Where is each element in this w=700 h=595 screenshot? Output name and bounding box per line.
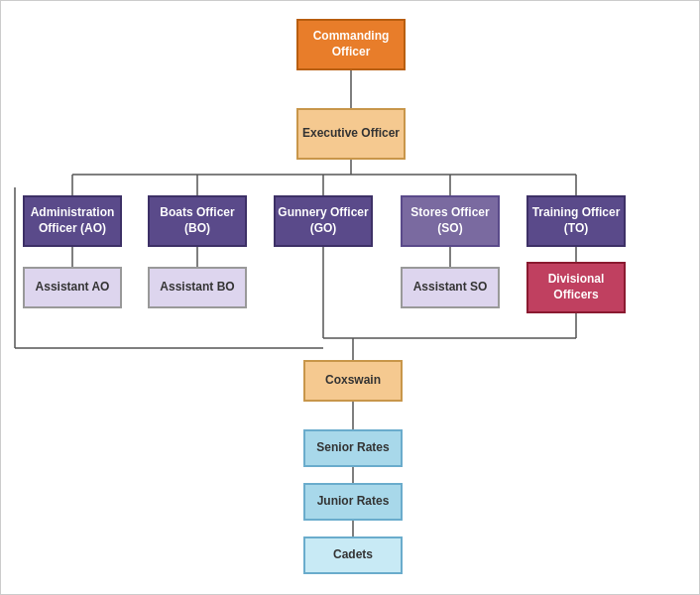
to-label: Training Officer (TO) — [528, 205, 624, 236]
ao-node: Administration Officer (AO) — [23, 195, 122, 247]
asst-ao-node: Assistant AO — [23, 267, 122, 308]
executive-officer-label: Executive Officer — [302, 126, 400, 142]
executive-officer-node: Executive Officer — [296, 108, 406, 160]
commanding-officer-label: Commanding Officer — [298, 29, 404, 60]
asst-bo-label: Assistant BO — [160, 280, 234, 296]
cadets-node: Cadets — [303, 536, 403, 574]
to-node: Training Officer (TO) — [526, 195, 626, 247]
junior-rates-node: Junior Rates — [303, 483, 403, 521]
div-officers-label: Divisional Officers — [528, 272, 624, 302]
asst-bo-node: Assistant BO — [148, 267, 247, 308]
senior-rates-node: Senior Rates — [303, 429, 403, 467]
commanding-officer-node: Commanding Officer — [296, 19, 406, 70]
ao-label: Administration Officer (AO) — [25, 205, 120, 236]
go-label: Gunnery Officer (GO) — [276, 205, 371, 236]
junior-rates-label: Junior Rates — [317, 494, 390, 510]
asst-so-label: Assistant SO — [413, 280, 488, 296]
div-officers-node: Divisional Officers — [526, 262, 626, 313]
so-label: Stores Officer (SO) — [403, 205, 498, 236]
so-node: Stores Officer (SO) — [401, 195, 500, 247]
asst-ao-label: Assistant AO — [36, 280, 110, 296]
go-node: Gunnery Officer (GO) — [274, 195, 373, 247]
senior-rates-label: Senior Rates — [316, 440, 389, 456]
cadets-label: Cadets — [333, 547, 373, 563]
coxswain-label: Coxswain — [325, 373, 381, 389]
asst-so-node: Assistant SO — [401, 267, 500, 308]
bo-label: Boats Officer (BO) — [150, 205, 245, 236]
bo-node: Boats Officer (BO) — [148, 195, 247, 247]
org-chart: Commanding Officer Executive Officer Adm… — [0, 0, 700, 595]
coxswain-node: Coxswain — [303, 360, 403, 402]
